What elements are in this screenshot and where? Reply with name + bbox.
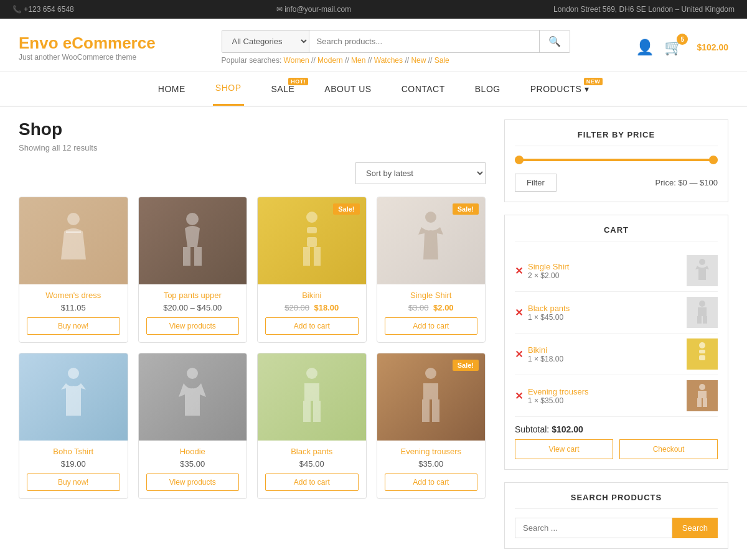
product-card-5[interactable]: Boho Tshirt $19.00 Buy now! xyxy=(19,353,128,499)
nav-shop[interactable]: SHOP xyxy=(213,72,244,106)
filter-title: FILTER BY PRICE xyxy=(515,130,718,146)
search-products-section: SEARCH PRODUCTS Search xyxy=(504,482,728,549)
search-row: All Categories 🔍 xyxy=(222,30,570,53)
cart-item-info-2: Black pants 1 × $45.00 xyxy=(528,304,682,322)
logo-title: Envo eCommerce xyxy=(19,34,156,53)
search-products-input[interactable] xyxy=(515,518,672,538)
svg-rect-14 xyxy=(304,383,319,401)
product-card-8[interactable]: Sale! Evening trousers $35.00 Add to car… xyxy=(377,353,486,499)
svg-rect-30 xyxy=(698,391,707,398)
cart-remove-4[interactable]: ✕ xyxy=(515,390,523,402)
product-name-8: Evening trousers xyxy=(385,447,478,456)
cart-item-qty-2: 1 × $45.00 xyxy=(528,313,682,322)
product-price-8: $35.00 xyxy=(385,459,478,469)
cart-icon-wrap[interactable]: 🛒 5 xyxy=(664,39,683,56)
product-btn-6[interactable]: View products xyxy=(146,474,240,491)
checkout-button[interactable]: Checkout xyxy=(619,439,718,459)
product-info-5: Boho Tshirt $19.00 Buy now! xyxy=(19,441,128,498)
product-image-2 xyxy=(139,197,247,284)
popular-link-sale[interactable]: Sale xyxy=(435,56,449,65)
logo-subtitle: Just another WooCommerce theme xyxy=(19,53,156,62)
user-icon[interactable]: 👤 xyxy=(636,39,654,56)
product-name-6: Hoodie xyxy=(146,447,240,456)
product-name-4: Single Shirt xyxy=(385,291,478,300)
nav-about[interactable]: ABOUT US xyxy=(322,72,374,106)
cart-item-name-1[interactable]: Single Shirt xyxy=(528,262,682,271)
svg-rect-27 xyxy=(699,350,705,353)
cart-total: $102.00 xyxy=(697,42,728,52)
product-info-6: Hoodie $35.00 View products xyxy=(139,441,247,498)
product-image-7 xyxy=(258,353,366,441)
product-info-2: Top pants upper $20.00 – $45.00 View pro… xyxy=(139,284,247,342)
cart-remove-3[interactable]: ✕ xyxy=(515,348,523,360)
product-info-8: Evening trousers $35.00 Add to cart xyxy=(377,441,486,498)
subtotal-amount: $102.00 xyxy=(552,424,583,434)
product-card-2[interactable]: Top pants upper $20.00 – $45.00 View pro… xyxy=(138,197,248,343)
product-price-2: $20.00 – $45.00 xyxy=(146,303,240,312)
slider-handle-max[interactable] xyxy=(709,156,718,164)
search-products-button[interactable]: Search xyxy=(672,518,718,538)
search-area: All Categories 🔍 Popular searches: Women… xyxy=(222,30,570,65)
shop-title: Shop xyxy=(19,119,486,139)
cart-remove-2[interactable]: ✕ xyxy=(515,307,523,319)
cart-item-name-2[interactable]: Black pants xyxy=(528,304,682,313)
search-button[interactable]: 🔍 xyxy=(539,30,570,52)
svg-point-21 xyxy=(699,259,705,265)
category-select[interactable]: All Categories xyxy=(222,30,309,52)
svg-rect-19 xyxy=(422,399,430,422)
product-btn-2[interactable]: View products xyxy=(146,317,240,335)
popular-link-women[interactable]: Women xyxy=(284,56,309,65)
nav-sale[interactable]: SALE HOT! xyxy=(269,72,298,106)
product-card-4[interactable]: Sale! Single Shirt $3.00 $2.00 Add to xyxy=(377,197,486,343)
popular-link-men[interactable]: Men xyxy=(351,56,365,65)
product-card-3[interactable]: Sale! Bikini $20.00 xyxy=(257,197,367,343)
svg-rect-6 xyxy=(307,227,317,233)
nav-blog[interactable]: BLOG xyxy=(472,72,503,106)
product-info-1: Women's dress $11.05 Buy now! xyxy=(19,284,128,342)
svg-point-29 xyxy=(699,384,705,390)
svg-rect-7 xyxy=(307,237,317,247)
product-btn-3[interactable]: Add to cart xyxy=(265,317,359,335)
logo[interactable]: Envo eCommerce Just another WooCommerce … xyxy=(19,34,156,62)
filter-button[interactable]: Filter xyxy=(515,174,557,192)
svg-rect-3 xyxy=(183,247,190,266)
cart-item-thumb-1 xyxy=(687,255,718,286)
svg-point-13 xyxy=(306,368,317,379)
product-card-7[interactable]: Black pants $45.00 Add to cart xyxy=(257,353,367,499)
sort-select[interactable]: Sort by latest Sort by price: low to hig… xyxy=(355,162,486,184)
product-btn-8[interactable]: Add to cart xyxy=(385,474,478,491)
nav-home[interactable]: HOME xyxy=(156,72,188,106)
top-email: ✉ info@your-mail.com xyxy=(276,5,351,14)
product-image-4: Sale! xyxy=(377,197,486,284)
cart-remove-1[interactable]: ✕ xyxy=(515,265,523,277)
product-image-3: Sale! xyxy=(258,197,366,284)
popular-link-watches[interactable]: Watches xyxy=(374,56,403,65)
svg-point-11 xyxy=(68,368,79,379)
cart-item-name-3[interactable]: Bikini xyxy=(528,345,682,355)
nav-contact[interactable]: CONTACT xyxy=(399,72,448,106)
product-card-6[interactable]: Hoodie $35.00 View products xyxy=(138,353,248,499)
popular-link-new[interactable]: New xyxy=(411,56,426,65)
product-btn-1[interactable]: Buy now! xyxy=(27,317,120,335)
product-price-6: $35.00 xyxy=(146,459,240,469)
showing-results: Showing all 12 results xyxy=(19,143,486,152)
popular-searches: Popular searches: Women // Modern // Men… xyxy=(222,56,570,65)
search-input[interactable] xyxy=(309,30,539,52)
subtotal-label: Subtotal: xyxy=(515,424,549,434)
product-btn-7[interactable]: Add to cart xyxy=(265,474,359,491)
svg-point-10 xyxy=(425,212,436,223)
product-btn-4[interactable]: Add to cart xyxy=(385,317,478,335)
cart-item-qty-1: 2 × $2.00 xyxy=(528,271,682,280)
nav-products[interactable]: PRODUCTS ▾ NEW xyxy=(528,72,591,106)
cart-item-4: ✕ Evening trousers 1 × $35.00 xyxy=(515,375,718,417)
slider-handle-min[interactable] xyxy=(515,156,524,164)
cart-badge: 5 xyxy=(677,34,688,45)
popular-link-modern[interactable]: Modern xyxy=(317,56,343,65)
product-card-1[interactable]: Women's dress $11.05 Buy now! xyxy=(19,197,128,343)
top-address: London Street 569, DH6 SE London – Unite… xyxy=(553,5,735,14)
cart-item-thumb-4 xyxy=(687,380,718,411)
cart-item-name-4[interactable]: Evening trousers xyxy=(528,387,682,396)
view-cart-button[interactable]: View cart xyxy=(515,439,613,459)
product-btn-5[interactable]: Buy now! xyxy=(27,474,120,491)
filter-section: FILTER BY PRICE Filter Price: $0 — $100 xyxy=(504,119,728,202)
